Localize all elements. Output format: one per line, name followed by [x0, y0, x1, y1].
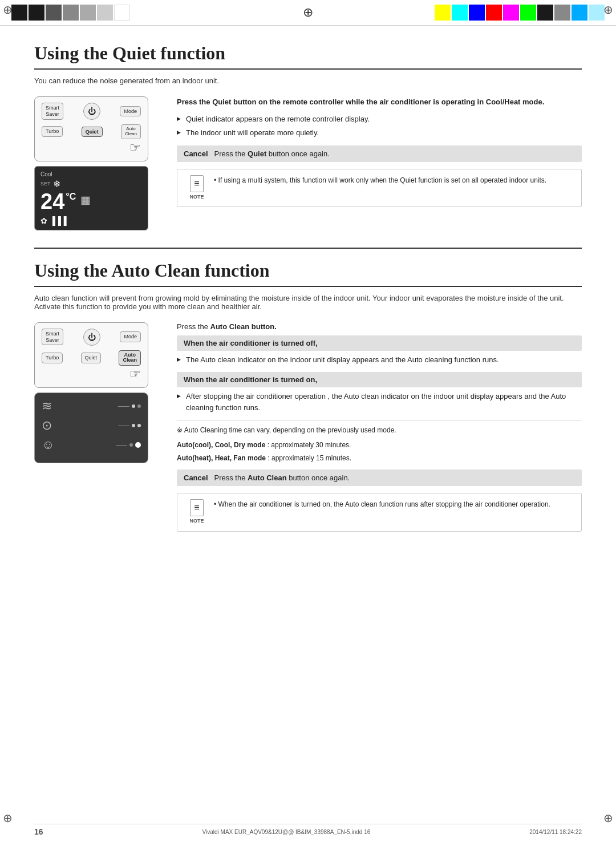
bullet-item: Quiet indicator appears on the remote co…: [177, 114, 582, 125]
note-content-2: • When the air conditioner is turned on,…: [214, 499, 550, 525]
display-bottom-icons: ✿ ▐▐▐: [40, 216, 142, 225]
note-content: • If using a multi system, this function…: [214, 175, 546, 201]
color-swatch: [554, 5, 570, 21]
unit-dots-1: [118, 404, 141, 408]
temp-value: 24: [40, 189, 64, 214]
section1-note-box: ≡ NOTE • If using a multi system, this f…: [177, 169, 582, 208]
unit-row-1: ≋: [42, 399, 141, 414]
section1-instruction: Press the Quiet button on the remote con…: [177, 96, 582, 108]
section1-intro: You can reduce the noise generated from …: [34, 76, 582, 85]
note-label: NOTE: [189, 193, 204, 201]
remote-bottom-row: Turbo Quiet AutoClean: [42, 124, 141, 139]
when-on-header: When the air conditioner is turned on,: [177, 372, 582, 387]
color-swatch: [520, 5, 536, 21]
section1-bullets: Quiet indicator appears on the remote co…: [177, 114, 582, 139]
registration-mark-tr: ⊕: [603, 3, 613, 17]
page-footer: 16 Vivaldi MAX EUR_AQV09&12U@@ IB&IM_339…: [34, 824, 582, 836]
when-off-bullets: The Auto clean indicator on the indoor u…: [177, 354, 582, 366]
color-swatch: [589, 5, 605, 21]
approx2-text: : approximately 15 minutes.: [266, 454, 351, 462]
hand-gesture: ☞: [42, 140, 141, 155]
remote-top-row-2: SmartSaver ⏻ Mode: [42, 329, 141, 346]
fan-icon: ✿: [40, 216, 47, 225]
compass-icon: ⊕: [303, 5, 313, 20]
when-on-bullets: After stopping the air conditioner opera…: [177, 391, 582, 413]
remote-control-autoclean: SmartSaver ⏻ Mode Turbo Quiet AutoClean …: [34, 322, 148, 388]
approx1-text: : approximately 30 minutes.: [265, 441, 351, 449]
cancel-label-2: Cancel: [184, 473, 208, 482]
bullet-item: The indoor unit will operate more quietl…: [177, 127, 582, 139]
wave-icon: ≋: [42, 399, 52, 414]
color-swatch: [114, 5, 130, 21]
approx-text-1: Auto(cool), Cool, Dry mode : approximate…: [177, 440, 582, 451]
clock-icon: ⊙: [42, 418, 52, 433]
note-text: If using a multi system, this function w…: [218, 176, 547, 184]
display-temperature: 24°C ▦: [40, 189, 142, 214]
note-symbol: ≡: [190, 175, 203, 192]
note-text-2: When the air conditioner is turned on, t…: [218, 500, 550, 508]
footer-page-number: 16: [34, 827, 43, 836]
notice-row: ※ Auto Cleaning time can vary, depending…: [177, 425, 582, 435]
bullet-when-off: The Auto clean indicator on the indoor u…: [177, 354, 582, 366]
color-swatch: [486, 5, 502, 21]
page-content: Using the Quiet function You can reduce …: [0, 26, 616, 566]
remote-control-illustration: SmartSaver ⏻ Mode Turbo Quiet AutoClean …: [34, 96, 148, 161]
unit-row-3: ☺: [42, 438, 141, 452]
registration-mark-bl: ⊕: [3, 811, 13, 825]
mode-btn-2: Mode: [120, 331, 141, 342]
when-off-header: When the air conditioner is turned off,: [177, 335, 582, 351]
section2-title: Using the Auto Clean function: [34, 260, 582, 287]
color-swatch: [435, 5, 451, 21]
color-swatch: [11, 5, 27, 21]
hand-gesture-2: ☞: [42, 367, 141, 382]
remote-bottom-row-2: Turbo Quiet AutoClean: [42, 350, 141, 366]
ac-display-illustration: Cool SET ❄ 24°C ▦ ✿ ▐▐▐: [34, 166, 148, 230]
mode-btn: Mode: [120, 106, 141, 117]
auto-clean-btn: AutoClean: [121, 124, 141, 139]
registration-mark-br: ⊕: [603, 811, 613, 825]
note-label-2: NOTE: [189, 517, 204, 525]
section2-content: SmartSaver ⏻ Mode Turbo Quiet AutoClean …: [34, 322, 582, 532]
color-swatch: [29, 5, 44, 21]
section2-left: SmartSaver ⏻ Mode Turbo Quiet AutoClean …: [34, 322, 160, 532]
color-swatch: [469, 5, 485, 21]
section1-right: Press the Quiet button on the remote con…: [177, 96, 582, 230]
section1-cancel-bar: Cancel Press the Quiet button once again…: [177, 145, 582, 162]
display-set-label: SET: [40, 181, 51, 187]
face-icon: ☺: [42, 438, 54, 452]
indoor-unit-display: ≋ ⊙ ☺: [34, 392, 148, 463]
approx2-bold: Auto(heat), Heat, Fan mode: [177, 454, 266, 462]
snowflake-icon: ❄: [53, 179, 60, 189]
degree-symbol: °C: [66, 192, 76, 202]
inner-divider: [177, 420, 582, 420]
press-auto-clean-label: Press the Auto Clean button.: [177, 322, 582, 331]
cancel-label: Cancel: [184, 149, 208, 158]
section2-note-box: ≡ NOTE • When the air conditioner is tur…: [177, 493, 582, 532]
notice-text: Auto Cleaning time can vary, depending o…: [184, 426, 396, 434]
footer-left-text: Vivaldi MAX EUR_AQV09&12U@@ IB&IM_33988A…: [202, 829, 371, 835]
section2-intro: Auto clean function will prevent from gr…: [34, 294, 582, 311]
auto-clean-btn-highlighted: AutoClean: [119, 350, 141, 366]
quiet-btn-2: Quiet: [81, 353, 102, 363]
note-icon-container-2: ≡ NOTE: [185, 499, 208, 525]
top-color-bar: ⊕: [0, 0, 616, 26]
cancel-text: Press the Quiet button once again.: [214, 149, 329, 158]
section1-left: SmartSaver ⏻ Mode Turbo Quiet AutoClean …: [34, 96, 160, 230]
color-blocks-right: [435, 5, 605, 21]
section2-right: Press the Auto Clean button. When the ai…: [177, 322, 582, 532]
display-mode: Cool: [40, 171, 142, 177]
unit-dots-2: [118, 424, 141, 427]
power-btn-2: ⏻: [83, 329, 100, 346]
turbo-btn-2: Turbo: [42, 353, 63, 363]
approx1-bold: Auto(cool), Cool, Dry mode: [177, 441, 265, 449]
section2-cancel-bar: Cancel Press the Auto Clean button once …: [177, 469, 582, 486]
color-swatch: [572, 5, 587, 21]
color-blocks-left: [11, 5, 130, 21]
footer-right-text: 2014/12/11 18:24:22: [529, 829, 582, 835]
smart-saver-btn: SmartSaver: [42, 103, 63, 120]
remote-top-row: SmartSaver ⏻ Mode: [42, 103, 141, 120]
registration-mark-tl: ⊕: [3, 3, 13, 17]
section-divider: [34, 248, 582, 249]
smart-saver-btn-2: SmartSaver: [42, 329, 63, 346]
turbo-btn: Turbo: [42, 126, 63, 137]
